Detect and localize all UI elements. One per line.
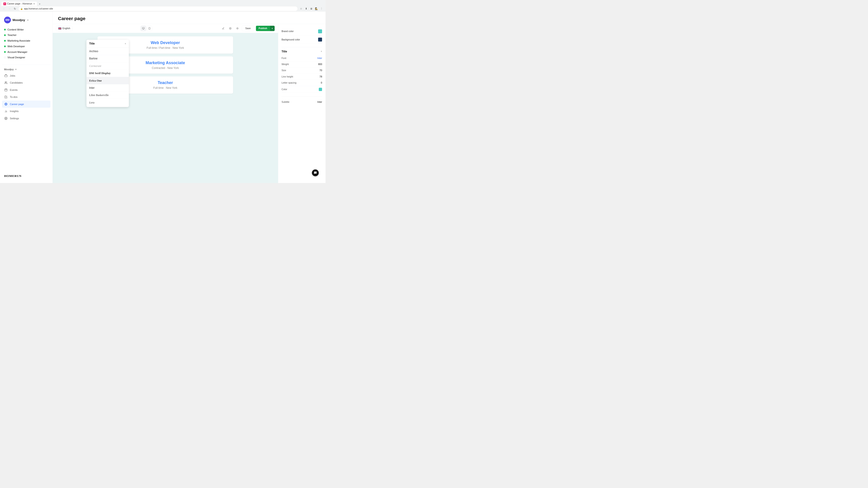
sidebar-item-career-page[interactable]: Career page <box>2 101 51 108</box>
job-dot-active <box>4 29 6 31</box>
job-title-label: Content Writer <box>7 28 24 31</box>
checkbox-icon <box>4 95 8 99</box>
job-dot-active <box>4 40 6 42</box>
globe-icon <box>4 102 8 106</box>
font-value[interactable]: Inter <box>317 57 322 59</box>
subtitle-row: Subtitle Inter <box>281 99 322 105</box>
dropdown-close-button[interactable]: × <box>125 42 126 45</box>
publish-dropdown-button[interactable]: ▾ <box>270 26 275 31</box>
language-label: English <box>62 27 70 30</box>
font-option-cormorant[interactable]: Cormorant <box>87 62 129 70</box>
sidebar-item-label: Jobs <box>10 74 16 77</box>
title-color-swatch[interactable] <box>319 88 322 91</box>
settings-button[interactable] <box>228 26 233 31</box>
size-value[interactable]: 70 <box>319 69 322 72</box>
font-option-merriweather[interactable]: Merriweather <box>87 106 129 107</box>
letter-spacing-prop-row: Letter spacing 0 <box>281 80 322 86</box>
sidebar-item-insights[interactable]: Insights <box>2 108 51 115</box>
edit-button[interactable] <box>220 26 226 31</box>
font-option-archivo[interactable]: Archivo <box>87 48 129 55</box>
line-height-prop-row: Line height 78 <box>281 74 322 80</box>
address-bar[interactable]: 🔒 app.homerun.co/career-site <box>18 6 298 11</box>
publish-button-group: Publish ▾ <box>256 26 275 31</box>
sidebar-item-jobs[interactable]: Jobs <box>2 72 51 79</box>
font-option-inter[interactable]: Inter <box>87 84 129 92</box>
browser-chrome: H Career page - Homerun ✕ + ← → ↻ 🔒 app.… <box>0 0 326 11</box>
new-tab-button[interactable]: + <box>37 2 42 6</box>
brand-color-swatch[interactable] <box>318 29 322 33</box>
letter-spacing-value[interactable]: 0 <box>321 82 322 84</box>
sidebar-item-events[interactable]: Events <box>2 86 51 94</box>
sidebar: MM Moodjoy ▾ Content Writer Teacher Mark… <box>0 11 53 183</box>
font-option-erica-one[interactable]: Erica One <box>87 77 129 85</box>
job-title-label: Web Developer <box>7 45 25 48</box>
toolbar-right: Save Publish ▾ <box>220 26 275 31</box>
cast-button[interactable]: 🖥 <box>309 7 313 11</box>
background-color-swatch[interactable] <box>318 37 322 41</box>
sidebar-job-content-writer[interactable]: Content Writer <box>2 27 51 33</box>
font-option-barlow[interactable]: Barlow <box>87 55 129 62</box>
sidebar-job-visual-designer[interactable]: Visual Designer <box>2 55 51 60</box>
editor-toolbar: 🇬🇧 English <box>53 24 278 33</box>
app-layout: MM Moodjoy ▾ Content Writer Teacher Mark… <box>0 11 326 183</box>
toolbar-center <box>141 26 152 31</box>
line-height-value[interactable]: 78 <box>319 75 322 78</box>
sidebar-job-web-developer[interactable]: Web Developer <box>2 43 51 49</box>
subtitle-prop-value[interactable]: Inter <box>317 101 322 103</box>
job-dot-dashed <box>4 57 6 59</box>
calendar-icon <box>4 88 8 92</box>
org-name: Moodjoy <box>13 18 25 22</box>
svg-point-18 <box>237 28 238 29</box>
weight-label: Weight <box>281 63 289 66</box>
sidebar-item-settings[interactable]: Settings <box>2 115 51 122</box>
job-dot-active <box>4 34 6 36</box>
menu-button[interactable]: ⋮ <box>319 7 323 11</box>
sidebar-item-label: Candidates <box>10 81 23 84</box>
homerun-logo: HOMERUN <box>4 174 49 177</box>
svg-point-17 <box>230 28 231 29</box>
forward-button[interactable]: → <box>7 7 11 11</box>
org-dropdown-arrow[interactable]: ▾ <box>27 19 29 21</box>
font-option-dm-serif[interactable]: DM Serif Display <box>87 70 129 77</box>
language-flag: 🇬🇧 <box>58 27 61 30</box>
avatar: MM <box>4 17 11 24</box>
back-button[interactable]: ← <box>2 7 6 11</box>
size-prop-row: Size 70 <box>281 68 322 74</box>
font-option-lora[interactable]: Lora <box>87 99 129 106</box>
sidebar-item-candidates[interactable]: Candidates <box>2 79 51 87</box>
sidebar-job-account-manager[interactable]: Account Manager <box>2 49 51 55</box>
tab-close-button[interactable]: ✕ <box>33 3 35 5</box>
sidebar-job-teacher[interactable]: Teacher <box>2 32 51 38</box>
org-dropdown[interactable]: Moodjoy ▾ <box>0 66 53 72</box>
bookmark-button[interactable]: ☆ <box>299 7 303 11</box>
mobile-view-button[interactable] <box>147 26 152 31</box>
download-button[interactable]: ⬇ <box>304 7 308 11</box>
font-label: Font <box>281 57 286 59</box>
title-props-section: Title × Font Inter Weight 800 Size 70 <box>281 50 322 93</box>
save-button[interactable]: Save <box>242 26 254 31</box>
language-button[interactable]: 🇬🇧 English <box>56 26 72 31</box>
letter-spacing-label: Letter spacing <box>281 82 296 84</box>
incognito-button[interactable]: 🕵 <box>314 7 318 11</box>
dropdown-header: Title × <box>87 40 129 48</box>
font-prop-row: Font Inter <box>281 55 322 61</box>
chat-bubble-button[interactable] <box>312 169 319 176</box>
publish-main-button[interactable]: Publish <box>256 26 270 31</box>
sidebar-job-marketing-associate[interactable]: Marketing Associate <box>2 38 51 43</box>
weight-value[interactable]: 800 <box>318 63 322 66</box>
preview-button[interactable] <box>235 26 240 31</box>
font-option-libre-baskerville[interactable]: Libre Baskerville <box>87 92 129 99</box>
reload-button[interactable]: ↻ <box>13 7 17 11</box>
title-section-close-button[interactable]: × <box>321 50 322 53</box>
url-text: app.homerun.co/career-site <box>24 7 296 10</box>
users-icon <box>4 81 8 85</box>
svg-rect-12 <box>143 28 145 29</box>
sidebar-item-todos[interactable]: To-dos <box>2 94 51 101</box>
color-prop-row: Color <box>281 86 322 93</box>
job-title-label: Visual Designer <box>7 56 25 59</box>
weight-prop-row: Weight 800 <box>281 61 322 67</box>
svg-rect-2 <box>5 89 7 91</box>
sidebar-item-label: Insights <box>10 110 19 113</box>
desktop-view-button[interactable] <box>141 26 146 31</box>
browser-tab-active[interactable]: H Career page - Homerun ✕ <box>1 2 37 6</box>
